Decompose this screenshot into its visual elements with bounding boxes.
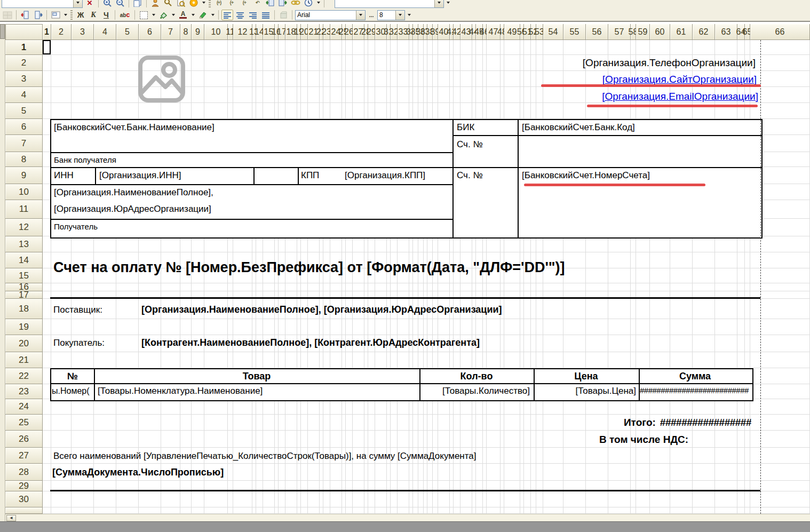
goods-row-qty[interactable]: [Товары.Количество] xyxy=(420,386,530,396)
copy-pages-icon[interactable] xyxy=(132,0,144,8)
column-header[interactable]: 20 xyxy=(301,24,308,40)
column-header[interactable]: 32 xyxy=(391,24,398,40)
row-header[interactable]: 30 xyxy=(5,491,43,507)
zoom-in-icon[interactable] xyxy=(101,0,113,8)
align-center-icon[interactable] xyxy=(234,10,246,20)
align-left-icon[interactable] xyxy=(221,10,233,20)
underline-button[interactable]: Ч xyxy=(100,10,112,20)
bank-name-cell[interactable]: [БанковскийСчет.Банк.Наименование] xyxy=(54,122,449,133)
goods-row-sum[interactable]: ########################## xyxy=(640,386,750,395)
column-header[interactable]: 48 xyxy=(501,24,504,40)
row-header[interactable]: 19 xyxy=(5,319,43,335)
row-header[interactable]: 12 xyxy=(5,219,43,236)
column-header[interactable]: 2 xyxy=(51,24,72,40)
row-header[interactable]: 27 xyxy=(5,448,43,464)
column-header[interactable]: 65 xyxy=(745,24,750,40)
column-header[interactable]: 60 xyxy=(650,24,670,40)
row-header[interactable]: 4 xyxy=(5,87,43,103)
move-section-right-icon[interactable] xyxy=(277,0,289,8)
shrink-column-icon[interactable] xyxy=(19,10,31,20)
column-header[interactable]: 62 xyxy=(693,24,715,40)
ungroup-icon[interactable]: (+ xyxy=(239,0,250,8)
row-header[interactable]: 29 xyxy=(5,481,43,491)
row-header[interactable]: 14 xyxy=(5,252,43,268)
column-header[interactable]: 54 xyxy=(543,24,563,40)
borders-dropdown-icon[interactable] xyxy=(150,10,156,20)
row-header[interactable]: 18 xyxy=(5,299,43,319)
org-email-link[interactable]: [Организация.EmailОрганизации] xyxy=(602,91,758,102)
clear-icon[interactable]: ✕ xyxy=(84,0,96,8)
row-header[interactable]: 7 xyxy=(5,135,43,152)
named-area-dropdown-icon[interactable] xyxy=(62,10,68,20)
toolbar2-overflow-icon[interactable] xyxy=(406,10,412,20)
row-header[interactable]: 23 xyxy=(5,384,43,399)
named-area-icon[interactable] xyxy=(50,10,61,20)
column-header[interactable]: 26 xyxy=(346,24,353,40)
row-header[interactable]: 11 xyxy=(5,200,43,219)
text-color-icon[interactable]: А xyxy=(177,10,189,20)
column-header[interactable]: 58 xyxy=(631,24,636,40)
row-header[interactable]: 9 xyxy=(5,167,43,184)
column-header[interactable]: 29 xyxy=(368,24,375,40)
column-header[interactable]: 46 xyxy=(483,24,487,40)
font-size-dropdown-icon[interactable] xyxy=(395,11,404,20)
font-name-value[interactable]: Arial xyxy=(296,11,356,19)
text-color-dropdown-icon[interactable] xyxy=(190,10,196,20)
amount-in-words[interactable]: [СуммаДокумента.ЧислоПрописью] xyxy=(52,467,224,478)
org-phone-cell[interactable]: [Организация.ТелефонОрганизации] xyxy=(558,57,757,70)
column-header[interactable]: 56 xyxy=(586,24,608,40)
column-header[interactable]: 14 xyxy=(256,24,263,40)
supplier-value[interactable]: [Организация.НаименованиеПолное], [Орган… xyxy=(141,304,502,315)
warning-dropdown-icon[interactable] xyxy=(201,0,207,8)
account-value[interactable]: [БанковскийСчет.НомерСчета] xyxy=(522,170,757,181)
select-all-corner[interactable] xyxy=(5,24,43,40)
search-icon[interactable] xyxy=(162,0,174,8)
font-size-combo[interactable]: 8 xyxy=(377,10,405,20)
row-header-partial[interactable] xyxy=(5,507,43,514)
highlight-icon[interactable] xyxy=(197,10,209,20)
column-header[interactable]: 1 xyxy=(43,24,51,40)
toolbar-overflow-icon[interactable] xyxy=(445,0,451,8)
font-name-combo[interactable]: Arial xyxy=(295,10,366,20)
clock-icon[interactable] xyxy=(303,0,314,8)
org-name-line1[interactable]: [Организация.НаименованиеПолное], xyxy=(54,187,213,198)
column-header[interactable]: 4 xyxy=(94,24,116,40)
column-header[interactable]: 57 xyxy=(608,24,631,40)
column-header[interactable]: 61 xyxy=(670,24,693,40)
fill-color-icon[interactable] xyxy=(157,10,169,20)
bold-button[interactable]: Ж xyxy=(75,10,86,20)
name-box[interactable] xyxy=(2,0,83,8)
highlight-dropdown-icon[interactable] xyxy=(210,10,216,20)
undo-group-icon[interactable]: ↶ xyxy=(251,0,263,8)
font-size-value[interactable]: 8 xyxy=(378,11,395,19)
logo-image-placeholder[interactable] xyxy=(136,53,187,107)
row-header[interactable]: 3 xyxy=(5,71,43,87)
name-box-dropdown-icon[interactable] xyxy=(73,0,82,7)
selected-cell-outline[interactable] xyxy=(43,40,51,54)
row-header[interactable]: 28 xyxy=(5,464,43,481)
group-rows-icon[interactable]: (+) xyxy=(213,0,225,8)
column-header[interactable]: 9 xyxy=(192,24,204,40)
column-header[interactable]: 42 xyxy=(454,24,460,40)
widen-column-icon[interactable] xyxy=(32,10,44,20)
warning-icon[interactable] xyxy=(188,0,200,8)
column-header[interactable]: 63 xyxy=(715,24,737,40)
column-header[interactable]: 8 xyxy=(180,24,192,40)
row-header[interactable]: 17 xyxy=(5,291,43,299)
formula-box-dropdown-icon[interactable] xyxy=(434,0,443,7)
goods-row-price[interactable]: [Товары.Цена] xyxy=(535,386,636,396)
align-justify-icon[interactable] xyxy=(260,10,272,20)
row-header[interactable]: 21 xyxy=(5,352,43,368)
scroll-left-icon[interactable]: ◄ xyxy=(6,515,16,521)
org-name-line2[interactable]: [Организация.ЮрАдресОрганизации] xyxy=(54,204,211,215)
group-columns-icon[interactable]: {+ xyxy=(226,0,237,8)
row-header[interactable]: 6 xyxy=(5,119,43,135)
column-header[interactable]: 59 xyxy=(636,24,650,40)
goods-row-num[interactable]: ы.Номер( xyxy=(52,386,93,396)
row-header[interactable]: 26 xyxy=(5,431,43,448)
row-header[interactable]: 15 xyxy=(5,268,43,283)
row-header[interactable]: 1 xyxy=(5,40,43,55)
font-name-dropdown-icon[interactable] xyxy=(356,11,365,20)
kpp-value[interactable]: [Организация.КПП] xyxy=(345,170,451,181)
column-header[interactable]: 10 xyxy=(204,24,228,40)
